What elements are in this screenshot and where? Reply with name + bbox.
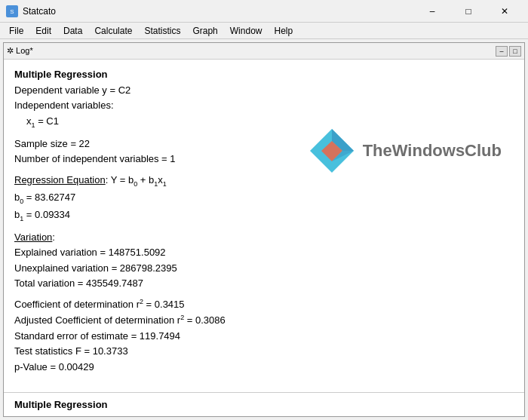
- p-value-line: p-Value = 0.00429: [14, 360, 514, 375]
- independent-label: Independent variables:: [14, 98, 514, 113]
- section1-title: Multiple Regression: [14, 67, 514, 82]
- svg-text:S: S: [10, 8, 14, 15]
- inner-title-bar: ✲ Log* – □: [4, 43, 524, 60]
- bottom-title: Multiple Regression: [14, 399, 514, 410]
- test-stat-line: Test statistics F = 10.3733: [14, 344, 514, 359]
- menu-window[interactable]: Window: [224, 24, 269, 38]
- variation-label: Variation: [14, 231, 52, 243]
- inner-minimize-button[interactable]: –: [496, 46, 508, 57]
- minimize-button[interactable]: –: [415, 0, 450, 23]
- inner-window: ✲ Log* – □ TheWindowsClub Multiple Regre…: [3, 42, 525, 417]
- unexplained-variation: Unexplained variation = 286798.2395: [14, 261, 514, 276]
- title-bar-controls: – □ ✕: [415, 0, 522, 23]
- inner-controls: – □: [496, 46, 521, 57]
- bottom-section: Multiple Regression: [4, 392, 524, 416]
- app-title: Statcato: [23, 6, 415, 17]
- adj-r2-line: Adjusted Coefficient of determination r2…: [14, 313, 514, 328]
- regression-eq: : Y = b0 + b1x1: [106, 174, 167, 185]
- watermark-diamond-icon: [309, 127, 355, 174]
- total-variation: Total variation = 435549.7487: [14, 276, 514, 291]
- std-error-line: Standard error of estimate = 119.7494: [14, 329, 514, 344]
- menu-help[interactable]: Help: [268, 24, 299, 38]
- title-bar: S Statcato – □ ✕: [0, 0, 528, 23]
- menu-edit[interactable]: Edit: [29, 24, 57, 38]
- menu-file[interactable]: File: [3, 24, 29, 38]
- watermark: TheWindowsClub: [309, 127, 502, 174]
- menu-statistics[interactable]: Statistics: [138, 24, 186, 38]
- close-button[interactable]: ✕: [487, 0, 522, 23]
- inner-window-title: ✲ Log*: [7, 46, 33, 56]
- menu-graph[interactable]: Graph: [186, 24, 223, 38]
- menu-calculate[interactable]: Calculate: [88, 24, 138, 38]
- inner-maximize-button[interactable]: □: [509, 46, 521, 57]
- menu-data[interactable]: Data: [57, 24, 88, 38]
- menu-bar: File Edit Data Calculate Statistics Grap…: [0, 23, 528, 39]
- regression-equation-line: Regression Equation: Y = b0 + b1x1: [14, 173, 514, 189]
- regression-label: Regression Equation: [14, 174, 106, 185]
- maximize-button[interactable]: □: [451, 0, 486, 23]
- variation-label-line: Variation:: [14, 230, 514, 245]
- r2-line: Coefficient of determination r2 = 0.3415: [14, 297, 514, 312]
- content-area[interactable]: TheWindowsClub Multiple Regression Depen…: [4, 60, 524, 392]
- app-icon: S: [6, 5, 18, 17]
- b1-line: b1 = 0.09334: [14, 207, 514, 224]
- window-area: ✲ Log* – □ TheWindowsClub Multiple Regre…: [0, 39, 528, 420]
- b0-line: b0 = 83.62747: [14, 190, 514, 207]
- explained-variation: Explained variation = 148751.5092: [14, 245, 514, 260]
- watermark-text: TheWindowsClub: [363, 141, 502, 161]
- dependent-variable: Dependent variable y = C2: [14, 83, 514, 98]
